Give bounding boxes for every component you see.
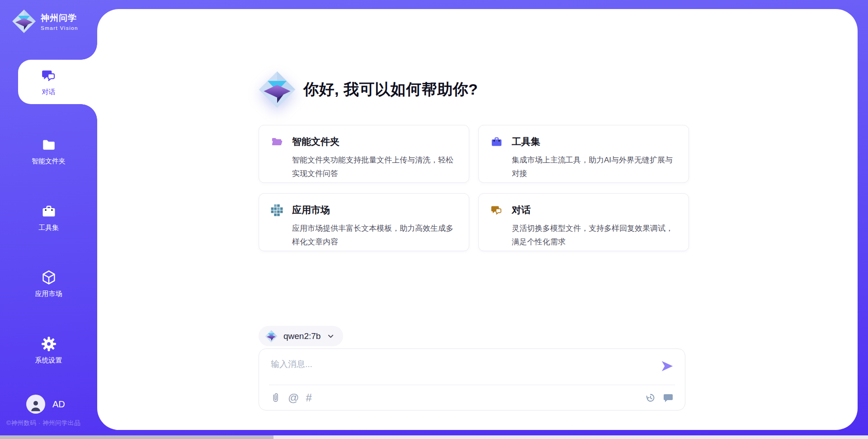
composer-right-tools: [645, 392, 674, 403]
horizontal-scrollbar[interactable]: [0, 435, 868, 439]
card-description: 智能文件夹功能支持批量文件上传与清洗，轻松实现文件问答: [292, 153, 457, 183]
greeting-banner: 你好, 我可以如何帮助你?: [258, 71, 478, 109]
chat-icon: [41, 68, 57, 83]
card-title: 智能文件夹: [292, 135, 457, 151]
card-toolset[interactable]: 工具集 集成市场上主流工具，助力AI与外界无缝扩展与对接: [478, 125, 689, 183]
history-icon[interactable]: [645, 392, 656, 403]
message-input[interactable]: [271, 356, 642, 372]
sidebar-item-smart-folder[interactable]: 智能文件夹: [0, 129, 97, 173]
briefcase-icon: [41, 204, 57, 219]
card-description: 集成市场上主流工具，助力AI与外界无缝扩展与对接: [512, 153, 677, 183]
active-pill: [18, 60, 97, 104]
sidebar-item-toolset[interactable]: 工具集: [0, 196, 97, 240]
card-description: 应用市场提供丰富长文本模板，助力高效生成多样化文章内容: [292, 222, 457, 251]
user-profile[interactable]: AD: [26, 395, 65, 414]
folder-open-icon: [271, 136, 283, 148]
card-chat[interactable]: 对话 灵活切换多模型文件，支持多样回复效果调试，满足个性化需求: [478, 193, 689, 251]
card-description: 灵活切换多模型文件，支持多样回复效果调试，满足个性化需求: [512, 222, 677, 251]
brand-subtitle: Smart Vision: [41, 25, 78, 31]
person-icon: [29, 399, 42, 412]
avatar: [26, 395, 45, 414]
brand-gem-icon: [258, 71, 296, 109]
card-title: 工具集: [512, 135, 677, 151]
card-title: 应用市场: [292, 203, 457, 219]
paperclip-icon[interactable]: [270, 392, 281, 403]
chevron-down-icon: [327, 333, 334, 339]
user-initials: AD: [52, 399, 65, 410]
sidebar-item-settings[interactable]: 系统设置: [0, 328, 97, 372]
feature-cards: 智能文件夹 智能文件夹功能支持批量文件上传与清洗，轻松实现文件问答 工具集 集成…: [259, 125, 689, 251]
cube-icon: [41, 270, 57, 285]
sidebar-item-label: 系统设置: [35, 356, 62, 365]
at-icon[interactable]: @: [288, 392, 299, 403]
send-icon[interactable]: [660, 360, 674, 372]
brand-logo: 神州问学 Smart Vision: [12, 9, 78, 33]
sidebar-item-app-market[interactable]: 应用市场: [0, 262, 97, 306]
card-smart-folder[interactable]: 智能文件夹 智能文件夹功能支持批量文件上传与清洗，轻松实现文件问答: [259, 125, 469, 183]
hash-icon[interactable]: #: [306, 392, 311, 403]
sidebar-item-label: 应用市场: [35, 290, 62, 298]
sidebar-item-chat[interactable]: 对话: [0, 60, 97, 104]
brand-gem-icon: [12, 9, 36, 33]
sidebar-item-label: 对话: [42, 88, 56, 96]
greeting-title: 你好, 我可以如何帮助你?: [303, 79, 478, 100]
scrollbar-thumb[interactable]: [0, 435, 274, 439]
chat-icon: [491, 204, 503, 216]
sidebar: 神州问学 Smart Vision 对话 智能文件夹 工具集 应用市场 系统设置…: [0, 0, 97, 439]
composer-toolbar: @ #: [259, 385, 685, 410]
folder-icon: [41, 137, 57, 153]
message-composer: @ #: [259, 348, 685, 410]
model-selector-label: qwen2:7b: [283, 331, 321, 341]
model-gem-icon: [265, 330, 278, 343]
sidebar-item-label: 智能文件夹: [32, 157, 66, 166]
grid-icon: [271, 204, 283, 216]
gear-icon: [41, 336, 57, 352]
model-selector[interactable]: qwen2:7b: [259, 326, 343, 346]
main-content-panel: 你好, 我可以如何帮助你? 智能文件夹 智能文件夹功能支持批量文件上传与清洗，轻…: [97, 9, 858, 430]
brand-name: 神州问学: [41, 12, 78, 24]
message-bubble-icon[interactable]: [663, 392, 674, 403]
card-title: 对话: [512, 203, 677, 219]
card-app-market[interactable]: 应用市场 应用市场提供丰富长文本模板，助力高效生成多样化文章内容: [259, 193, 469, 251]
copyright-text: ©神州数码 · 神州问学出品: [6, 419, 80, 427]
briefcase-icon: [491, 136, 503, 148]
sidebar-item-label: 工具集: [38, 224, 59, 232]
